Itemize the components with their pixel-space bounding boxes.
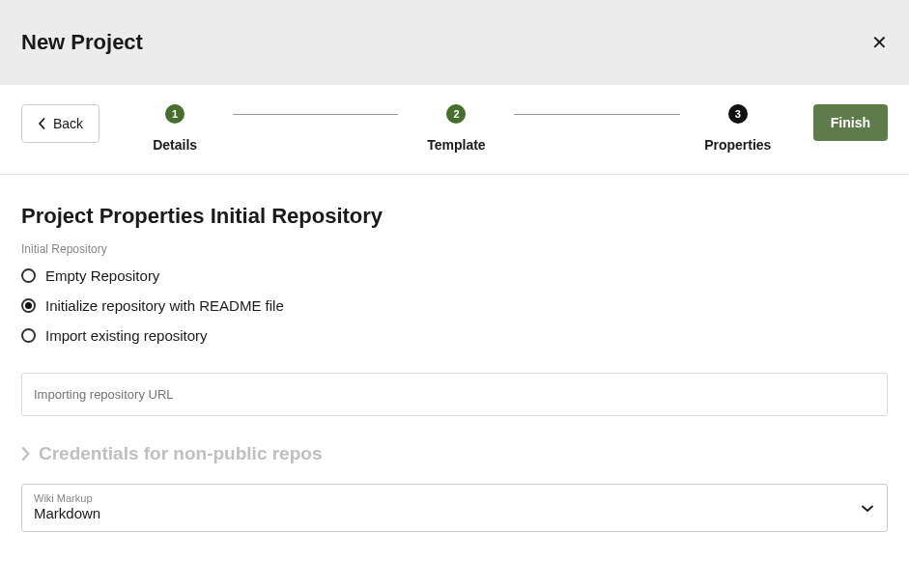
section-label: Initial Repository [21,242,888,256]
step-connector [233,114,398,115]
radio-import-existing[interactable]: Import existing repository [21,327,888,344]
radio-icon [21,268,36,283]
radio-empty-repository[interactable]: Empty Repository [21,267,888,284]
step-details[interactable]: 1 Details [117,104,233,153]
step-number: 2 [446,104,466,124]
credentials-toggle[interactable]: Credentials for non-public repos [21,443,888,464]
credentials-heading: Credentials for non-public repos [39,443,322,464]
close-button[interactable]: ✕ [871,33,888,52]
stepper: 1 Details 2 Template 3 Properties [117,104,796,153]
select-label: Wiki Markup [34,492,875,504]
step-connector [514,114,679,115]
radio-label: Initialize repository with README file [45,297,284,314]
back-label: Back [53,116,83,131]
chevron-left-icon [38,118,45,129]
select-value: Markdown [34,505,875,521]
wiki-markup-select[interactable]: Wiki Markup Markdown [21,484,888,532]
page-heading: Project Properties Initial Repository [21,204,888,229]
main-content: Project Properties Initial Repository In… [0,175,909,553]
chevron-right-icon [21,447,31,461]
radio-icon [21,298,36,313]
caret-down-icon [862,499,873,517]
dialog-header: New Project ✕ [0,0,909,85]
stepper-row: Back 1 Details 2 Template 3 Properties F… [0,85,909,175]
import-url-input[interactable] [21,373,888,416]
step-label: Details [153,137,197,153]
radio-label: Empty Repository [45,267,159,284]
step-number: 3 [728,104,748,124]
step-label: Template [427,137,485,153]
step-number: 1 [165,104,185,124]
finish-button[interactable]: Finish [813,104,888,141]
radio-initialize-readme[interactable]: Initialize repository with README file [21,297,888,314]
step-properties[interactable]: 3 Properties [680,104,796,153]
close-icon: ✕ [871,32,888,53]
initial-repo-radio-group: Empty Repository Initialize repository w… [21,267,888,344]
step-template[interactable]: 2 Template [398,104,514,153]
radio-label: Import existing repository [45,327,208,344]
dialog-title: New Project [21,30,143,55]
radio-icon [21,328,36,343]
back-button[interactable]: Back [21,104,99,143]
step-label: Properties [704,137,771,153]
